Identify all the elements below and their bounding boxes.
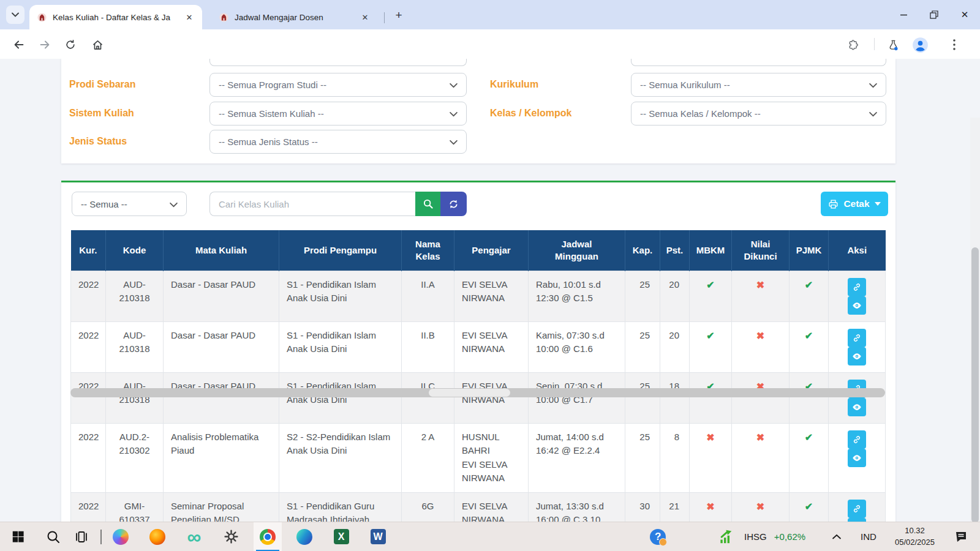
link-action-button[interactable]: [848, 278, 866, 296]
home-icon: [91, 39, 104, 51]
cell-mata-kuliah: Dasar - Dasar PAUD: [164, 271, 279, 321]
table-row: 2022 AUD-210318 Dasar - Dasar PAUD S1 - …: [71, 271, 886, 321]
print-button[interactable]: Cetak: [821, 192, 888, 216]
minimize-button[interactable]: [888, 0, 919, 29]
restore-button[interactable]: [919, 0, 949, 29]
stock-change-value[interactable]: +0,62%: [774, 531, 805, 542]
tab-close-icon[interactable]: ✕: [360, 12, 371, 23]
chevron-up-icon: [832, 533, 842, 540]
selected-value: -- Semua --: [81, 199, 127, 209]
col-nama-kelas: Nama Kelas: [402, 230, 454, 271]
vertical-scrollbar[interactable]: [970, 118, 980, 522]
cell-kap: 30: [625, 492, 660, 522]
cell-kode: AUD-210318: [106, 271, 164, 321]
clock-time: 10.32: [895, 525, 935, 536]
link-action-button[interactable]: [848, 430, 866, 449]
infinity-app-button[interactable]: ∞: [180, 522, 208, 551]
filter-label-kelas-kelompok: Kelas / Kelompok: [490, 108, 571, 119]
cell-kur: 2022: [71, 492, 106, 522]
prodi-sebaran-select[interactable]: -- Semua Program Studi --: [209, 73, 467, 97]
reload-button[interactable]: [61, 36, 80, 54]
windows-logo-icon: [12, 530, 24, 543]
extensions-button[interactable]: [848, 36, 860, 54]
cell-jadwal: Jumat, 14:00 s.d 16:42 @ E2.2.4: [529, 423, 625, 492]
tray-expand-button[interactable]: [823, 522, 851, 551]
kurikulum-select[interactable]: -- Semua Kurikulum --: [631, 73, 886, 97]
filter-label-jenis-status: Jenis Status: [69, 136, 127, 147]
search-icon: [46, 530, 61, 544]
vertical-scrollbar-thumb[interactable]: [971, 247, 979, 522]
view-action-button[interactable]: [848, 296, 866, 315]
edge-app-button[interactable]: [290, 522, 318, 551]
tab-list-chevron-button[interactable]: [6, 6, 24, 24]
cell-kode: AUD.2-210302: [106, 423, 164, 492]
help-icon: ?: [650, 529, 666, 545]
copilot-app-button[interactable]: [107, 522, 135, 551]
table-header-row: Kur. Kode Mata Kuliah Prodi Pengampu Nam…: [71, 230, 886, 271]
site-favicon: [219, 12, 229, 23]
new-tab-button[interactable]: +: [391, 7, 407, 23]
action-center-button[interactable]: [947, 522, 975, 551]
refresh-button[interactable]: [440, 192, 467, 216]
cutoff-select[interactable]: [631, 59, 886, 66]
search-input[interactable]: [209, 192, 415, 216]
stock-chart-icon: [718, 528, 735, 545]
chevron-down-icon: [12, 12, 19, 17]
settings-app-button[interactable]: [217, 522, 245, 551]
sistem-kuliah-select[interactable]: -- Semua Sistem Kuliah --: [209, 102, 467, 126]
task-view-button[interactable]: [67, 522, 96, 551]
help-tray-button[interactable]: ?: [644, 522, 672, 551]
view-action-button[interactable]: [848, 347, 866, 365]
taskbar-search-button[interactable]: [39, 522, 67, 551]
view-action-button[interactable]: [848, 398, 866, 416]
link-action-button[interactable]: [848, 500, 866, 518]
forward-button[interactable]: [36, 36, 54, 54]
chrome-app-button[interactable]: [254, 522, 282, 551]
eye-icon: [851, 300, 862, 311]
browser-menu-button[interactable]: [953, 36, 956, 54]
close-window-button[interactable]: ✕: [949, 0, 980, 29]
start-button[interactable]: [4, 522, 32, 551]
stock-index-label[interactable]: IHSG: [744, 531, 767, 542]
link-icon: [852, 282, 862, 292]
word-app-button[interactable]: W: [364, 522, 392, 551]
horizontal-scrollbar[interactable]: [70, 388, 885, 397]
link-action-button[interactable]: [848, 329, 866, 347]
selected-value: -- Semua Kurikulum --: [640, 80, 730, 90]
stock-widget-button[interactable]: [712, 522, 741, 551]
experiments-button[interactable]: [888, 36, 899, 54]
cell-kap: 25: [625, 372, 660, 423]
tab-jadwal-mengajar[interactable]: Jadwal Mengajar Dosen ✕: [211, 5, 378, 29]
profile-button[interactable]: [912, 36, 929, 54]
clock[interactable]: 10.32 05/02/2025: [895, 525, 935, 547]
tab-close-icon[interactable]: ✕: [184, 12, 195, 23]
chevron-down-icon: [450, 137, 458, 147]
nilai-dikunci-status: ✖: [732, 372, 790, 423]
firefox-app-button[interactable]: [143, 522, 172, 551]
search-button[interactable]: [415, 192, 440, 216]
link-icon: [852, 504, 862, 514]
tab-title: Jadwal Mengajar Dosen: [235, 13, 354, 22]
pjmk-status: ✔: [790, 423, 829, 492]
mbkm-status: ✖: [690, 492, 732, 522]
clock-date: 05/02/2025: [895, 537, 935, 548]
tab-kelas-kuliah[interactable]: Kelas Kuliah - Daftar Kelas & Ja ✕: [29, 5, 202, 29]
tab-title: Kelas Kuliah - Daftar Kelas & Ja: [53, 13, 178, 22]
search-icon: [423, 198, 434, 209]
col-pjmk: PJMK: [790, 230, 829, 271]
filter-panel: Prodi Sebaran -- Semua Program Studi -- …: [61, 59, 895, 163]
pjmk-status: ✔: [790, 372, 829, 423]
horizontal-scrollbar-thumb[interactable]: [429, 389, 510, 397]
excel-app-button[interactable]: X: [327, 522, 355, 551]
view-action-button[interactable]: [848, 449, 866, 467]
home-button[interactable]: [88, 36, 107, 54]
cutoff-select[interactable]: [209, 59, 467, 66]
nilai-dikunci-status: ✖: [732, 321, 790, 372]
jenis-status-select[interactable]: -- Semua Jenis Status --: [209, 130, 467, 154]
kelas-kelompok-select[interactable]: -- Semua Kelas / Kelompok --: [631, 102, 886, 126]
cell-pengajar: HUSNUL BAHRI EVI SELVA NIRWANA: [454, 423, 529, 492]
cell-mata-kuliah: Dasar - Dasar PAUD: [164, 321, 279, 372]
language-indicator[interactable]: IND: [861, 531, 876, 542]
page-size-select[interactable]: -- Semua --: [72, 192, 187, 216]
back-button[interactable]: [10, 36, 28, 54]
